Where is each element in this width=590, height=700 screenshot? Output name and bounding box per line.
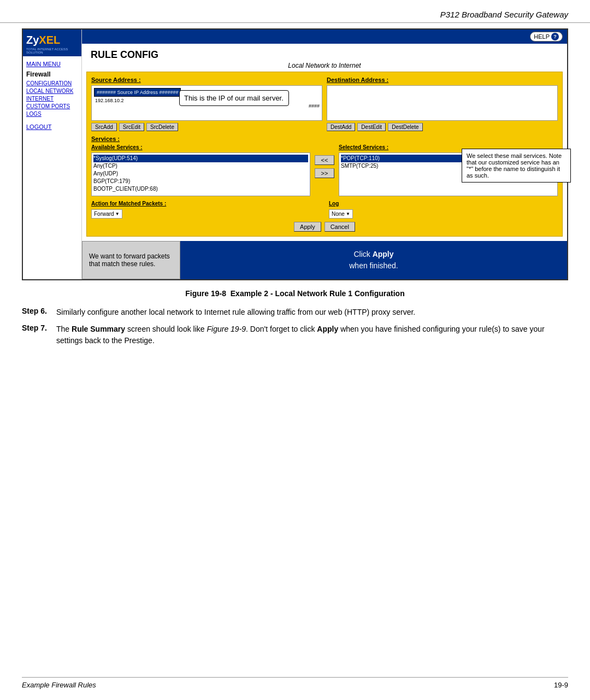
log-value: None bbox=[332, 211, 345, 217]
available-service-2: Any(UDP) bbox=[93, 170, 308, 178]
step-7-row: Step 7. The Rule Summary screen should l… bbox=[22, 323, 568, 346]
log-dropdown-arrow: ▼ bbox=[346, 211, 350, 216]
rule-config-header: RULE CONFIG Local Network to Internet bbox=[82, 44, 567, 72]
available-service-3: BGP(TCP:179) bbox=[93, 178, 308, 185]
page-footer: Example Firewall Rules 19-9 bbox=[22, 677, 568, 689]
available-service-0: *Syslog(UDP:514) bbox=[93, 155, 308, 162]
sidebar-item-logs[interactable]: LOGS bbox=[26, 111, 78, 117]
log-select[interactable]: None ▼ bbox=[329, 209, 353, 219]
sidebar-item-configuration[interactable]: CONFIGURATION bbox=[26, 80, 78, 86]
step-6-text: Similarly configure another local networ… bbox=[56, 307, 415, 318]
source-entry: ####### Source IP Address ####### bbox=[94, 88, 181, 97]
bottom-center-blue: Click Applywhen finished. bbox=[180, 241, 567, 279]
destination-address-label: Destination Address : bbox=[327, 77, 558, 83]
annotation-mail-server: This is the IP of our mail server. bbox=[179, 90, 289, 106]
sidebar-logo-area: ZyXEL Total Internet Access Solution bbox=[23, 30, 81, 56]
available-services-list: *Syslog(UDP:514) Any(TCP) Any(UDP) BGP(T… bbox=[91, 152, 310, 196]
cancel-button[interactable]: Cancel bbox=[324, 222, 355, 232]
dest-hash: #### bbox=[309, 103, 320, 109]
help-icon: ? bbox=[551, 33, 559, 40]
action-col: Action for Matched Packets : Forward ▼ bbox=[91, 201, 320, 219]
header-title: P312 Broadband Security Gateway bbox=[440, 10, 568, 19]
help-button[interactable]: HELP ? bbox=[530, 32, 563, 42]
sidebar: ZyXEL Total Internet Access Solution MAI… bbox=[23, 30, 82, 279]
annotation-mail-services: We select these mail services. Note that… bbox=[462, 149, 571, 183]
sidebar-firewall-label: Firewall bbox=[26, 70, 78, 78]
click-apply-text: Click Applywhen finished. bbox=[349, 249, 398, 272]
page-header: P312 Broadband Security Gateway bbox=[0, 0, 590, 23]
step-7-label: Step 7. bbox=[22, 323, 52, 332]
action-select[interactable]: Forward ▼ bbox=[91, 209, 122, 219]
action-value: Forward bbox=[94, 211, 114, 217]
log-col: Log None ▼ bbox=[329, 201, 558, 219]
source-address-buttons: SrcAdd SrcEdit SrcDelete bbox=[91, 123, 322, 131]
apply-cancel-row: Apply Cancel bbox=[91, 222, 558, 232]
rule-config-title: RULE CONFIG bbox=[91, 49, 558, 61]
src-delete-button[interactable]: SrcDelete bbox=[146, 123, 178, 131]
main-menu-link[interactable]: MAIN MENU bbox=[26, 61, 78, 67]
forward-packets-text: We want to forward packets that match th… bbox=[89, 252, 173, 268]
available-services-col: Available Services : *Syslog(UDP:514) An… bbox=[91, 144, 310, 196]
dest-edit-button[interactable]: DestEdit bbox=[357, 123, 386, 131]
annotation-forward-packets: We want to forward packets that match th… bbox=[82, 241, 180, 279]
dest-add-button[interactable]: DestAdd bbox=[327, 123, 355, 131]
sidebar-menu: MAIN MENU Firewall CONFIGURATION LOCAL N… bbox=[23, 56, 81, 134]
logo-zy: Zy bbox=[26, 34, 39, 46]
rule-config-subtitle: Local Network to Internet bbox=[91, 62, 558, 69]
logout-link[interactable]: LOGOUT bbox=[26, 123, 78, 130]
transfer-left-button[interactable]: << bbox=[315, 155, 334, 165]
figure-caption: Figure 19-8 Example 2 - Local Network Ru… bbox=[22, 289, 568, 298]
available-service-1: Any(TCP) bbox=[93, 162, 308, 170]
action-section: Action for Matched Packets : Forward ▼ L… bbox=[91, 201, 558, 219]
step-7-text: The Rule Summary screen should look like… bbox=[56, 323, 568, 346]
help-label: HELP bbox=[534, 33, 550, 40]
source-address-col: Source Address : ####### Source IP Addre… bbox=[91, 77, 322, 131]
sidebar-item-local-network[interactable]: LOCAL NETWORK bbox=[26, 88, 78, 94]
src-add-button[interactable]: SrcAdd bbox=[91, 123, 117, 131]
mail-services-text: We select these mail services. Note that… bbox=[467, 152, 562, 179]
sidebar-item-custom-ports[interactable]: CUSTOM PORTS bbox=[26, 103, 78, 109]
bottom-bar-row: We want to forward packets that match th… bbox=[82, 241, 567, 279]
figure-title: Example 2 - Local Network Rule 1 Configu… bbox=[231, 289, 405, 298]
destination-address-buttons: DestAdd DestEdit DestDelete bbox=[327, 123, 558, 131]
sidebar-item-internet[interactable]: INTERNET bbox=[26, 96, 78, 102]
destination-address-box bbox=[327, 85, 558, 121]
step-6-label: Step 6. bbox=[22, 307, 52, 315]
main-panel-topbar: HELP ? bbox=[82, 30, 567, 44]
address-section: Source Address : ####### Source IP Addre… bbox=[91, 77, 558, 131]
footer-right: 19-9 bbox=[554, 681, 568, 689]
destination-address-col: Destination Address : DestAdd DestEdit D… bbox=[327, 77, 558, 131]
dest-delete-button[interactable]: DestDelete bbox=[388, 123, 422, 131]
services-transfer-buttons: << >> bbox=[315, 144, 334, 178]
transfer-right-button[interactable]: >> bbox=[315, 168, 334, 178]
figure-number: Figure 19-8 bbox=[185, 289, 226, 298]
src-edit-button[interactable]: SrcEdit bbox=[119, 123, 144, 131]
zyxel-logo: ZyXEL bbox=[26, 34, 60, 46]
footer-left: Example Firewall Rules bbox=[22, 681, 96, 689]
sidebar-tagline: Total Internet Access Solution bbox=[26, 48, 78, 54]
step-6-row: Step 6. Similarly configure another loca… bbox=[22, 307, 568, 318]
source-address-label: Source Address : bbox=[91, 77, 322, 83]
available-services-label: Available Services : bbox=[91, 144, 310, 150]
steps-section: Step 6. Similarly configure another loca… bbox=[22, 307, 568, 363]
source-address-box: ####### Source IP Address ####### 192.16… bbox=[91, 85, 322, 121]
available-service-4: BOOTP_CLIENT(UDP:68) bbox=[93, 185, 308, 193]
action-label: Action for Matched Packets : bbox=[91, 201, 320, 207]
log-label: Log bbox=[329, 201, 558, 207]
action-dropdown-arrow: ▼ bbox=[115, 211, 120, 216]
services-label: Services : bbox=[91, 136, 558, 142]
apply-button[interactable]: Apply bbox=[294, 222, 321, 232]
logo-xel: XEL bbox=[39, 34, 60, 46]
